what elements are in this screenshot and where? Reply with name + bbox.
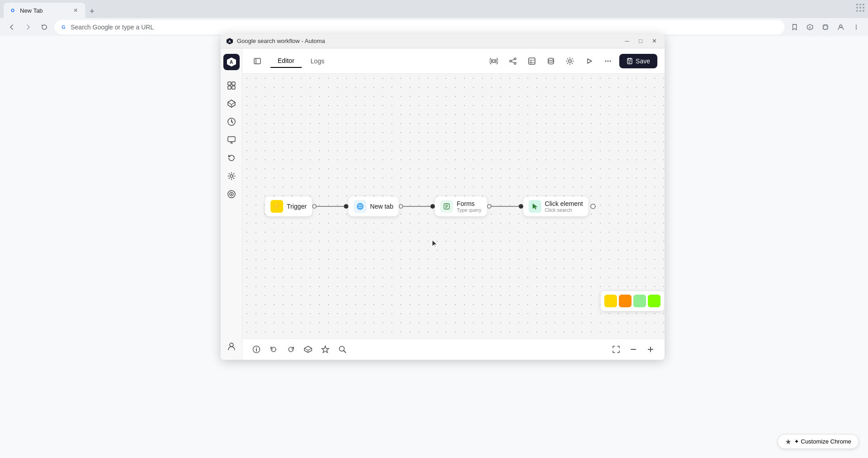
history-icon: [227, 153, 236, 162]
play-btn[interactable]: [581, 53, 597, 69]
connector-3: [487, 204, 523, 209]
forms-icon: [440, 200, 453, 213]
new-tab-node[interactable]: New tab: [348, 196, 399, 216]
svg-rect-33: [254, 58, 260, 64]
popup-maximize-btn[interactable]: □: [636, 36, 646, 46]
sidebar-toggle-btn[interactable]: [250, 53, 265, 69]
svg-rect-16: [228, 82, 231, 85]
automa-icon: A: [806, 24, 814, 31]
svg-rect-25: [228, 137, 235, 142]
svg-point-50: [610, 60, 611, 62]
new-tab-icon: [354, 200, 366, 213]
monitor-icon: [227, 135, 236, 144]
sidebar-monitor-btn[interactable]: [223, 132, 240, 148]
sidebar-blocks-btn[interactable]: [223, 95, 240, 112]
search-canvas-btn[interactable]: [336, 343, 349, 356]
tab-bar: New Tab ✕ +: [0, 0, 868, 18]
svg-marker-47: [588, 59, 592, 63]
save-button[interactable]: Save: [619, 54, 657, 68]
popup-close-btn[interactable]: ✕: [649, 36, 659, 46]
svg-point-45: [548, 58, 554, 60]
svg-point-36: [514, 58, 516, 60]
color-green[interactable]: [633, 295, 646, 307]
zoom-controls: [627, 343, 657, 356]
color-orange[interactable]: [619, 295, 632, 307]
star-btn[interactable]: [318, 343, 332, 356]
svg-point-28: [230, 175, 233, 177]
svg-marker-63: [533, 204, 537, 210]
share-btn[interactable]: [505, 53, 521, 69]
popup-body: A: [221, 48, 665, 360]
menu-btn[interactable]: [850, 21, 863, 33]
popup-title: Google search workflow - Automa: [237, 38, 622, 44]
more-btn[interactable]: [600, 53, 616, 69]
table-btn[interactable]: [524, 53, 540, 69]
customize-chrome-btn[interactable]: ✦ Customize Chrome: [777, 434, 859, 449]
redo-btn[interactable]: [284, 343, 298, 356]
puzzle-icon: [822, 24, 829, 31]
zoom-in-btn[interactable]: [644, 343, 657, 356]
sidebar-logo: A: [223, 54, 240, 70]
sidebar-target-btn[interactable]: [223, 186, 240, 202]
broadcast-btn[interactable]: [486, 53, 502, 69]
tab-editor[interactable]: Editor: [270, 54, 302, 68]
sidebar-history-btn[interactable]: [223, 114, 240, 130]
forms-node[interactable]: Forms Type query: [435, 196, 487, 216]
svg-marker-64: [432, 240, 437, 248]
extensions-btn[interactable]: [819, 21, 832, 33]
svg-point-46: [569, 60, 571, 62]
sidebar-user-btn[interactable]: [223, 338, 240, 354]
svg-rect-18: [228, 86, 231, 89]
settings-icon: [227, 172, 236, 181]
svg-line-40: [511, 62, 514, 63]
automa-ext-btn[interactable]: A: [804, 21, 816, 33]
info-btn[interactable]: [250, 343, 263, 356]
undo-btn[interactable]: [267, 343, 280, 356]
refresh-btn[interactable]: [38, 21, 51, 33]
click-element-node[interactable]: Click element Click search: [523, 196, 588, 216]
sidebar-icon: [253, 57, 261, 65]
cursor-position: [430, 239, 439, 250]
trigger-node[interactable]: ⚡ Trigger: [265, 196, 312, 216]
popup-main: Editor Logs: [242, 48, 665, 360]
new-tab-btn[interactable]: +: [85, 5, 99, 18]
bookmark-btn[interactable]: [788, 21, 801, 33]
svg-line-70: [308, 348, 312, 351]
database-btn[interactable]: [543, 53, 559, 69]
refresh-icon: [41, 24, 48, 30]
canvas-area[interactable]: ⚡ Trigger: [242, 74, 665, 339]
sidebar-redo-btn[interactable]: [223, 150, 240, 166]
sidebar-nodes-btn[interactable]: [223, 77, 240, 94]
svg-text:A: A: [809, 25, 811, 29]
forward-btn[interactable]: [22, 21, 34, 33]
popup-minimize-btn[interactable]: ─: [622, 36, 632, 46]
forms-label: Forms: [457, 200, 481, 207]
kebab-icon: [853, 24, 860, 31]
active-tab[interactable]: New Tab ✕: [4, 3, 85, 18]
cube-btn[interactable]: [301, 343, 315, 356]
browser-chrome: New Tab ✕ + G Search G: [0, 0, 868, 36]
svg-rect-17: [232, 82, 235, 85]
svg-rect-7: [823, 25, 828, 29]
back-btn[interactable]: [5, 21, 18, 33]
color-yellow[interactable]: [604, 295, 617, 307]
conn1-left: [312, 204, 317, 209]
svg-point-48: [605, 60, 607, 62]
info-icon: [252, 345, 260, 353]
zoom-out-icon: [629, 345, 637, 353]
tab-logs[interactable]: Logs: [304, 54, 332, 68]
address-bar[interactable]: G Search Google or type a URL: [54, 20, 785, 34]
svg-text:A: A: [230, 60, 233, 65]
fullscreen-btn[interactable]: [609, 343, 623, 356]
tab-favicon: [9, 7, 16, 14]
zoom-out-btn[interactable]: [627, 343, 640, 356]
svg-rect-41: [529, 58, 535, 64]
redo-icon: [287, 345, 295, 353]
config-btn[interactable]: [562, 53, 578, 69]
click-element-labels: Click element Click search: [545, 200, 583, 213]
logo-icon: A: [227, 57, 236, 67]
sidebar-settings-btn[interactable]: [223, 168, 240, 184]
profile-btn[interactable]: [834, 21, 847, 33]
color-lime[interactable]: [648, 295, 661, 307]
tab-close-btn[interactable]: ✕: [72, 6, 80, 14]
